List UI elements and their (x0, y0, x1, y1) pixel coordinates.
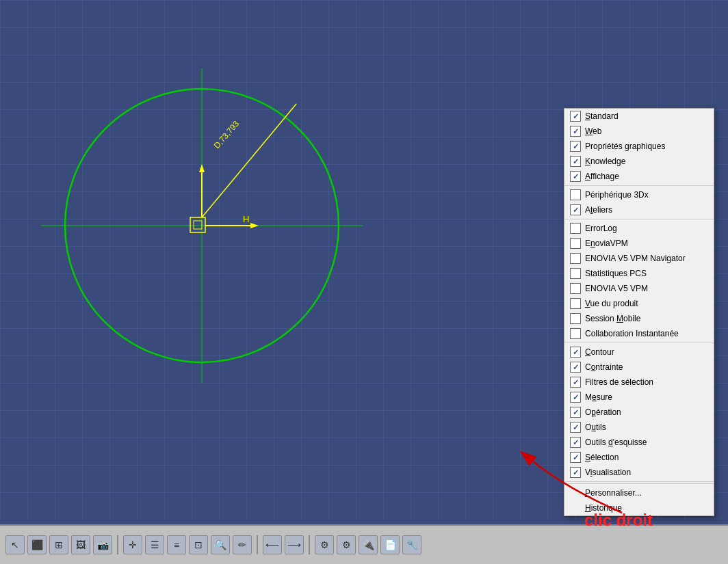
menu-item-collab[interactable]: Collaboration Instantanée (564, 326, 714, 341)
bottom-toolbar: ↖ ⬛ ⊞ 🖼 📷 ✛ ☰ ≡ ⊡ 🔍 ✏ ⟵ ⟶ ⚙ ⚙ 🔌 📄 🔧 (0, 524, 728, 564)
menu-label-standard: Standard (585, 111, 619, 121)
clic-droit-label: clic droit (584, 511, 653, 530)
menu-label-enoviavpm: EnoviaVPM (585, 239, 628, 248)
menu-item-standard[interactable]: Standard (564, 109, 714, 124)
checkbox-filtres (570, 377, 581, 388)
menu-label-outils_esquisse: Outils d'esquisse (585, 438, 647, 447)
menu-label-collab: Collaboration Instantanée (585, 329, 679, 338)
toolbar-icon-grid[interactable]: ⊞ (49, 535, 68, 554)
toolbar-icon-cursor[interactable]: ↖ (5, 535, 25, 554)
menu-item-mesure[interactable]: Mesure (564, 390, 714, 405)
checkbox-stats_pcs (570, 268, 581, 279)
toolbar-icon-arrow-right[interactable]: ⟶ (285, 535, 304, 554)
no-check-historique (570, 502, 581, 513)
menu-item-enoviavpm[interactable]: EnoviaVPM (564, 236, 714, 251)
menu-label-knowledge: Knowledge (585, 157, 625, 166)
checkbox-visualisation (570, 467, 581, 478)
toolbar-icon-grid2[interactable]: ⊡ (189, 535, 208, 554)
checkbox-outils (570, 422, 581, 433)
menu-label-session_mobile: Session Mobile (585, 314, 640, 323)
menu-item-visualisation[interactable]: Visualisation (564, 465, 714, 480)
menu-label-personnaliser: Personnaliser... (585, 488, 642, 498)
toolbar-icon-edit[interactable]: ✏ (233, 535, 252, 554)
menu-item-operation[interactable]: Opération (564, 405, 714, 420)
menu-item-session_mobile[interactable]: Session Mobile (564, 311, 714, 326)
menu-label-vue_produit: Vue du produit (585, 299, 638, 308)
context-menu[interactable]: StandardWebPropriétés graphiquesKnowledg… (564, 108, 714, 516)
toolbar-icon-list2[interactable]: ≡ (167, 535, 186, 554)
menu-item-vue_produit[interactable]: Vue du produit (564, 296, 714, 311)
checkbox-mesure (570, 392, 581, 403)
menu-label-visualisation: Visualisation (585, 468, 631, 477)
toolbar-icon-image[interactable]: 🖼 (71, 535, 90, 554)
checkbox-ateliers (570, 204, 581, 215)
menu-label-contrainte: Contrainte (585, 362, 623, 372)
menu-item-errorlog[interactable]: ErrorLog (564, 221, 714, 236)
toolbar-icon-search[interactable]: 🔍 (211, 535, 230, 554)
menu-item-outils[interactable]: Outils (564, 420, 714, 435)
checkbox-selection (570, 452, 581, 463)
checkbox-contour (570, 347, 581, 358)
menu-item-enovia_nav[interactable]: ENOVIA V5 VPM Navigator (564, 251, 714, 266)
menu-item-web[interactable]: Web (564, 124, 714, 139)
toolbar-icon-plug[interactable]: 🔌 (359, 535, 378, 554)
checkbox-peripherique (570, 189, 581, 200)
checkbox-affichage (570, 171, 581, 182)
menu-item-contrainte[interactable]: Contrainte (564, 360, 714, 375)
menu-label-mesure: Mesure (585, 392, 612, 402)
checkbox-proprietes (570, 141, 581, 152)
menu-item-proprietes[interactable]: Propriétés graphiques (564, 139, 714, 154)
menu-item-ateliers[interactable]: Ateliers (564, 202, 714, 217)
menu-sep-after-affichage (564, 185, 714, 186)
menu-label-affichage: Affichage (585, 172, 619, 181)
checkbox-enovia_nav (570, 253, 581, 264)
menu-label-operation: Opération (585, 407, 621, 417)
menu-item-peripherique[interactable]: Périphérique 3Dx (564, 187, 714, 202)
toolbar-icon-gear2[interactable]: ⚙ (337, 535, 356, 554)
checkbox-collab (570, 328, 581, 339)
menu-item-personnaliser[interactable]: Personnaliser... (564, 485, 714, 500)
toolbar-icon-box3d[interactable]: ⬛ (27, 535, 47, 554)
checkbox-session_mobile (570, 313, 581, 324)
toolbar-sep-2 (257, 535, 258, 554)
menu-label-stats_pcs: Statistiques PCS (585, 269, 647, 278)
menu-item-knowledge[interactable]: Knowledge (564, 154, 714, 169)
menu-label-outils: Outils (585, 422, 606, 432)
menu-sep-after-visualisation (564, 481, 714, 482)
menu-label-selection: Sélection (585, 453, 619, 462)
checkbox-errorlog (570, 223, 581, 234)
menu-sep-after-collab (564, 343, 714, 343)
menu-item-affichage[interactable]: Affichage (564, 169, 714, 184)
toolbar-icon-doc[interactable]: 📄 (380, 535, 400, 554)
menu-item-filtres[interactable]: Filtres de sélection (564, 375, 714, 390)
menu-item-outils_esquisse[interactable]: Outils d'esquisse (564, 435, 714, 450)
menu-sep-footer (564, 483, 714, 484)
menu-item-contour[interactable]: Contour (564, 345, 714, 360)
checkbox-vue_produit (570, 298, 581, 309)
toolbar-sep-1 (117, 535, 118, 554)
menu-label-contour: Contour (585, 347, 614, 357)
toolbar-icon-wrench[interactable]: 🔧 (402, 535, 421, 554)
toolbar-icon-list[interactable]: ☰ (145, 535, 164, 554)
menu-item-stats_pcs[interactable]: Statistiques PCS (564, 266, 714, 281)
toolbar-icon-gear[interactable]: ⚙ (315, 535, 334, 554)
toolbar-icon-photo[interactable]: 📷 (93, 535, 112, 554)
menu-label-ateliers: Ateliers (585, 205, 612, 215)
checkbox-enoviavpm (570, 238, 581, 249)
checkbox-contrainte (570, 362, 581, 373)
toolbar-icon-move[interactable]: ✛ (123, 535, 142, 554)
menu-item-selection[interactable]: Sélection (564, 450, 714, 465)
menu-label-enovia_vpm: ENOVIA V5 VPM (585, 284, 648, 293)
menu-item-enovia_vpm[interactable]: ENOVIA V5 VPM (564, 281, 714, 296)
svg-text:H: H (243, 214, 249, 224)
no-check-personnaliser (570, 487, 581, 498)
toolbar-icon-arrow-left[interactable]: ⟵ (263, 535, 282, 554)
menu-label-filtres: Filtres de sélection (585, 377, 653, 387)
checkbox-operation (570, 407, 581, 418)
menu-label-proprietes: Propriétés graphiques (585, 142, 665, 151)
checkbox-standard (570, 111, 581, 122)
menu-sep-after-ateliers (564, 219, 714, 219)
menu-label-web: Web (585, 126, 601, 136)
checkbox-web (570, 126, 581, 137)
menu-label-enovia_nav: ENOVIA V5 VPM Navigator (585, 254, 686, 263)
